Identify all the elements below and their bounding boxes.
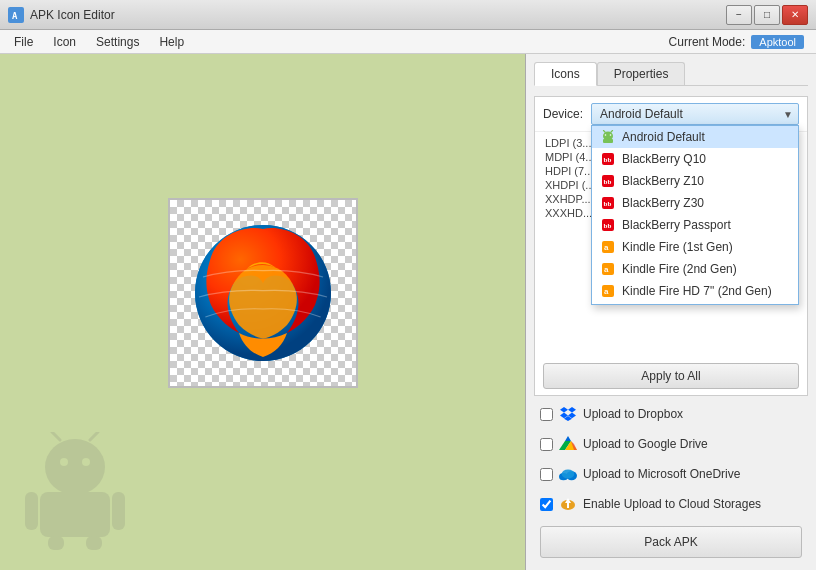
amazon-icon-1: a <box>600 239 616 255</box>
tab-icons[interactable]: Icons <box>534 62 597 86</box>
android-icon <box>600 129 616 145</box>
maximize-button[interactable]: □ <box>754 5 780 25</box>
enable-cloud-row: Enable Upload to Cloud Storages <box>534 492 808 516</box>
dropdown-item-kf1[interactable]: a Kindle Fire (1st Gen) <box>592 236 798 258</box>
android-watermark <box>20 432 130 555</box>
enable-cloud-checkbox[interactable] <box>540 498 553 511</box>
svg-line-18 <box>611 131 613 133</box>
menu-settings[interactable]: Settings <box>86 33 149 51</box>
bb-icon-2: bb <box>600 173 616 189</box>
icons-panel-inner: Device: Android Default BlackBerry Q10 B… <box>535 97 807 395</box>
upload-onedrive-label: Upload to Microsoft OneDrive <box>583 467 740 481</box>
dropdown-list[interactable]: Android Default bb BlackBerry Q10 bb <box>591 125 799 305</box>
close-button[interactable]: ✕ <box>782 5 808 25</box>
icons-panel: Device: Android Default BlackBerry Q10 B… <box>534 96 808 396</box>
dropdown-item-label: BlackBerry Q10 <box>622 152 706 166</box>
svg-point-3 <box>60 458 68 466</box>
amazon-icon-2: a <box>600 261 616 277</box>
upload-dropbox-label: Upload to Dropbox <box>583 407 683 421</box>
dropdown-item-bbz30[interactable]: bb BlackBerry Z30 <box>592 192 798 214</box>
apply-all-button[interactable]: Apply to All <box>543 363 799 389</box>
svg-text:a: a <box>604 265 609 274</box>
dropdown-item-kfhd89-2[interactable]: a Kindle Fire HD 8.9" (2nd Gen) <box>592 302 798 305</box>
upload-gdrive-checkbox[interactable] <box>540 438 553 451</box>
dropdown-item-android[interactable]: Android Default <box>592 126 798 148</box>
dropdown-item-bbq10[interactable]: bb BlackBerry Q10 <box>592 148 798 170</box>
device-label: Device: <box>543 107 583 121</box>
cloud-upload-icon <box>559 495 577 513</box>
icon-canvas <box>168 198 358 388</box>
current-mode-label: Current Mode: <box>669 35 746 49</box>
svg-text:bb: bb <box>604 222 612 230</box>
dropdown-item-label: BlackBerry Z30 <box>622 196 704 210</box>
svg-text:bb: bb <box>604 178 612 186</box>
dropdown-item-label: BlackBerry Passport <box>622 218 731 232</box>
bb-icon-4: bb <box>600 217 616 233</box>
svg-line-17 <box>604 131 606 133</box>
upload-onedrive-checkbox[interactable] <box>540 468 553 481</box>
window-title: APK Icon Editor <box>30 8 115 22</box>
dropdown-item-label: Kindle Fire (1st Gen) <box>622 240 733 254</box>
tab-properties[interactable]: Properties <box>597 62 686 85</box>
svg-point-44 <box>562 470 575 479</box>
svg-line-6 <box>90 432 98 440</box>
mode-badge: Apktool <box>751 35 804 49</box>
svg-rect-19 <box>603 139 613 143</box>
svg-rect-8 <box>25 492 38 530</box>
svg-text:bb: bb <box>604 200 612 208</box>
svg-text:a: a <box>604 287 609 296</box>
current-mode: Current Mode: Apktool <box>669 35 812 49</box>
gdrive-icon <box>559 435 577 453</box>
enable-cloud-label: Enable Upload to Cloud Storages <box>583 497 761 511</box>
svg-rect-7 <box>40 492 110 537</box>
device-select-wrapper[interactable]: Android Default BlackBerry Q10 BlackBerr… <box>591 103 799 125</box>
dropdown-item-label: Kindle Fire HD 7" (2nd Gen) <box>622 284 772 298</box>
svg-text:a: a <box>604 243 609 252</box>
upload-gdrive-row: Upload to Google Drive <box>534 432 808 456</box>
main-content: Icons Properties Device: Android Default… <box>0 54 816 570</box>
bb-icon-1: bb <box>600 151 616 167</box>
onedrive-icon <box>559 465 577 483</box>
amazon-icon-3: a <box>600 283 616 299</box>
upload-dropbox-checkbox[interactable] <box>540 408 553 421</box>
menu-file[interactable]: File <box>4 33 43 51</box>
tab-bar: Icons Properties <box>534 62 808 86</box>
svg-rect-11 <box>86 536 102 550</box>
svg-point-4 <box>82 458 90 466</box>
title-bar: A APK Icon Editor − □ ✕ <box>0 0 816 30</box>
svg-rect-10 <box>48 536 64 550</box>
upload-dropbox-row: Upload to Dropbox <box>534 402 808 426</box>
dropdown-item-bbpassport[interactable]: bb BlackBerry Passport <box>592 214 798 236</box>
dropbox-icon <box>559 405 577 423</box>
dropdown-item-label: Kindle Fire (2nd Gen) <box>622 262 737 276</box>
dropdown-item-label: BlackBerry Z10 <box>622 174 704 188</box>
menu-items: File Icon Settings Help <box>4 33 194 51</box>
svg-point-15 <box>605 134 607 136</box>
menu-help[interactable]: Help <box>149 33 194 51</box>
dropdown-item-kf2[interactable]: a Kindle Fire (2nd Gen) <box>592 258 798 280</box>
device-select[interactable]: Android Default BlackBerry Q10 BlackBerr… <box>591 103 799 125</box>
window-controls: − □ ✕ <box>726 5 808 25</box>
menu-bar: File Icon Settings Help Current Mode: Ap… <box>0 30 816 54</box>
title-bar-left: A APK Icon Editor <box>8 7 115 23</box>
device-row: Device: Android Default BlackBerry Q10 B… <box>535 97 807 131</box>
menu-icon[interactable]: Icon <box>43 33 86 51</box>
svg-point-2 <box>45 439 105 495</box>
svg-line-5 <box>52 432 60 440</box>
app-icon: A <box>8 7 24 23</box>
upload-gdrive-label: Upload to Google Drive <box>583 437 708 451</box>
svg-point-16 <box>610 134 612 136</box>
svg-text:A: A <box>12 11 18 21</box>
svg-text:bb: bb <box>604 156 612 164</box>
dropdown-item-label: Android Default <box>622 130 705 144</box>
dropdown-item-bbz10[interactable]: bb BlackBerry Z10 <box>592 170 798 192</box>
svg-marker-38 <box>565 436 571 441</box>
svg-rect-9 <box>112 492 125 530</box>
upload-onedrive-row: Upload to Microsoft OneDrive <box>534 462 808 486</box>
bb-icon-3: bb <box>600 195 616 211</box>
minimize-button[interactable]: − <box>726 5 752 25</box>
left-panel <box>0 54 526 570</box>
dropdown-item-kfhd7-2[interactable]: a Kindle Fire HD 7" (2nd Gen) <box>592 280 798 302</box>
pack-apk-button[interactable]: Pack APK <box>540 526 802 558</box>
firefox-logo <box>183 213 343 373</box>
